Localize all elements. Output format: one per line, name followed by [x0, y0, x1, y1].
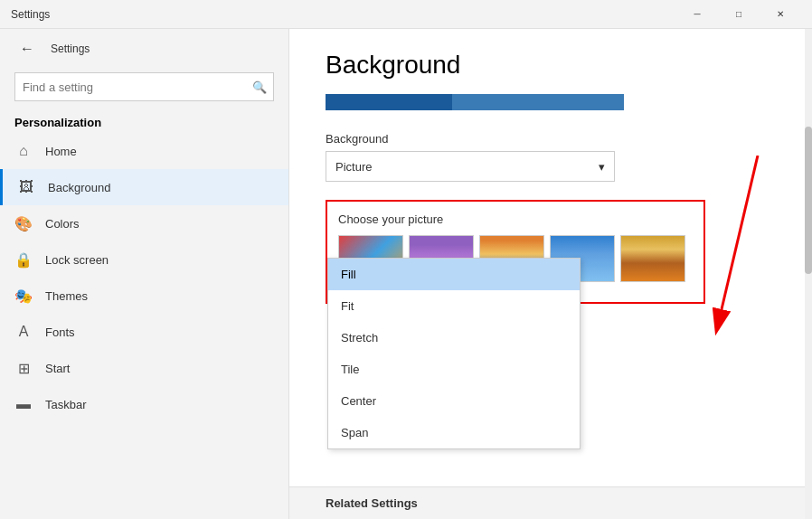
sidebar-item-label-lock: Lock screen	[45, 253, 109, 267]
sidebar: ← Settings 🔍 Personalization ⌂ Home 🖼 Ba…	[0, 29, 289, 519]
sidebar-item-colors[interactable]: 🎨 Colors	[0, 205, 288, 241]
taskbar-icon: ▬	[14, 395, 33, 413]
lock-icon: 🔒	[14, 250, 33, 269]
themes-icon: 🎭	[14, 287, 33, 305]
dropdown-option-fill[interactable]: Fill	[328, 259, 580, 290]
sidebar-item-label-start: Start	[45, 362, 70, 375]
fit-dropdown-overlay: Fill Fit Stretch Tile Center Span	[327, 258, 581, 449]
background-icon: 🖼	[17, 178, 35, 196]
sidebar-item-label-colors: Colors	[45, 217, 80, 231]
red-arrow-annotation	[703, 156, 776, 339]
sidebar-section-label: Personalization	[0, 109, 288, 133]
chevron-down-icon: ▾	[599, 160, 605, 174]
scrollbar-track[interactable]	[805, 29, 812, 519]
sidebar-app-title: Settings	[51, 42, 274, 55]
dropdown-option-center[interactable]: Center	[328, 385, 580, 417]
related-settings-label: Related Settings	[326, 496, 418, 510]
minimize-button[interactable]: ─	[676, 0, 718, 29]
sidebar-item-home[interactable]: ⌂ Home	[0, 133, 288, 169]
back-button[interactable]: ←	[14, 36, 40, 61]
background-section-label: Background	[326, 132, 776, 146]
start-icon: ⊞	[14, 359, 33, 377]
main-layout: ← Settings 🔍 Personalization ⌂ Home 🖼 Ba…	[0, 29, 812, 519]
sidebar-item-taskbar[interactable]: ▬ Taskbar	[0, 386, 288, 422]
sidebar-item-label-taskbar: Taskbar	[45, 398, 87, 411]
thumbnail-4[interactable]	[620, 235, 685, 282]
window-controls: ─ □ ✕	[676, 0, 801, 29]
search-icon: 🔍	[252, 80, 267, 94]
search-container: 🔍	[14, 72, 274, 101]
related-settings-footer: Related Settings	[289, 486, 812, 519]
sidebar-item-label-home: Home	[45, 145, 77, 158]
dropdown-button[interactable]: Picture ▾	[326, 151, 615, 182]
content-area: Background Background Picture ▾ Choose y…	[289, 29, 812, 519]
dropdown-option-span[interactable]: Span	[328, 417, 580, 448]
sidebar-nav-top: ← Settings	[0, 29, 288, 69]
svg-line-1	[722, 156, 758, 309]
dropdown-value: Picture	[335, 160, 372, 174]
choose-picture-label: Choose your picture	[338, 212, 693, 226]
fonts-icon: A	[14, 323, 33, 341]
scrollbar-thumb[interactable]	[805, 127, 812, 274]
choose-picture-box: Choose your picture Fill Fit Stretch Til…	[326, 200, 705, 304]
dropdown-option-tile[interactable]: Tile	[328, 354, 580, 385]
sidebar-item-start[interactable]: ⊞ Start	[0, 350, 288, 386]
sidebar-item-themes[interactable]: 🎭 Themes	[0, 278, 288, 314]
sidebar-item-label-fonts: Fonts	[45, 326, 75, 339]
sidebar-item-background[interactable]: 🖼 Background	[0, 169, 288, 205]
sidebar-item-lock[interactable]: 🔒 Lock screen	[0, 241, 288, 278]
background-preview	[326, 94, 624, 110]
colors-icon: 🎨	[14, 214, 33, 232]
home-icon: ⌂	[14, 142, 33, 160]
search-input[interactable]	[14, 72, 274, 101]
app-title: Settings	[11, 8, 676, 21]
sidebar-item-label-background: Background	[48, 181, 110, 194]
sidebar-item-label-themes: Themes	[45, 289, 88, 303]
background-type-dropdown[interactable]: Picture ▾	[326, 151, 615, 182]
close-button[interactable]: ✕	[760, 0, 801, 29]
maximize-button[interactable]: □	[718, 0, 760, 29]
page-title: Background	[326, 51, 776, 80]
sidebar-item-fonts[interactable]: A Fonts	[0, 314, 288, 350]
dropdown-option-stretch[interactable]: Stretch	[328, 322, 580, 354]
titlebar: Settings ─ □ ✕	[0, 0, 812, 29]
dropdown-option-fit[interactable]: Fit	[328, 290, 580, 322]
